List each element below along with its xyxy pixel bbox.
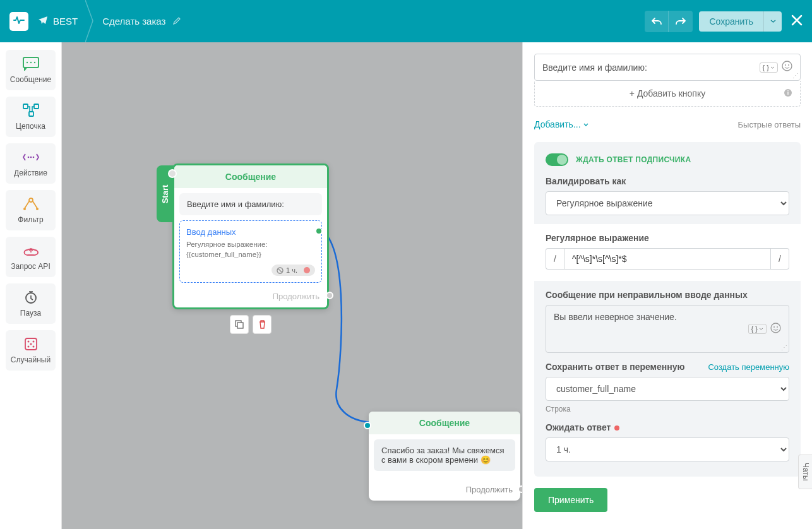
svg-point-24	[785, 64, 786, 66]
undo-redo-group	[645, 11, 693, 32]
save-button[interactable]: Сохранить	[699, 11, 764, 32]
data-input-regex-label: Регулярное выражение:	[186, 239, 315, 249]
toggle-label: ЖДАТЬ ОТВЕТ ПОДПИСЧИКА	[576, 155, 691, 164]
svg-point-15	[27, 341, 29, 343]
tool-label: Случайный	[11, 355, 51, 364]
properties-panel: Введите имя и фамилию: { } ⋰ + Добавить …	[522, 42, 812, 529]
emoji-button[interactable]	[770, 323, 781, 336]
data-input-title: Ввод данных	[186, 227, 315, 237]
info-icon[interactable]: i	[784, 88, 792, 99]
tool-label: Фильтр	[18, 215, 43, 224]
save-button-group: Сохранить	[699, 11, 782, 32]
validate-as-select[interactable]: Регулярное выражение	[546, 191, 789, 215]
tool-action[interactable]: Действие	[6, 143, 56, 184]
add-element-dropdown[interactable]: Добавить...	[534, 119, 588, 129]
chain-icon	[22, 103, 40, 118]
svg-point-3	[33, 62, 35, 63]
flow-node-message-1[interactable]: Start Сообщение Введите имя и фамилию: В…	[172, 163, 329, 309]
data-input-variable: {{customer_full_name}}	[186, 249, 315, 259]
svg-point-17	[30, 343, 32, 345]
output-port-valid[interactable]	[315, 227, 323, 235]
pause-icon	[22, 290, 40, 305]
error-message-input[interactable]: Вы ввели неверное значение. { } ⋰	[546, 305, 789, 353]
app-header: BEST Сделать заказ Сохранить	[0, 0, 812, 42]
svg-point-25	[788, 64, 789, 66]
emoji-button[interactable]	[782, 61, 792, 74]
svg-rect-6	[29, 112, 33, 116]
add-button-button[interactable]: + Добавить кнопку i	[534, 81, 801, 107]
svg-point-29	[773, 326, 775, 328]
svg-point-1	[26, 62, 27, 63]
svg-point-19	[32, 346, 34, 348]
close-button[interactable]	[791, 13, 803, 30]
copy-node-button[interactable]	[230, 315, 249, 334]
chats-tab[interactable]: Чаты	[798, 455, 812, 489]
continue-row: Продолжить	[174, 288, 327, 307]
node-message-text: Спасибо за заказ! Мы свяжемся с вами в с…	[374, 439, 515, 471]
pulse-icon	[13, 16, 25, 27]
svg-rect-5	[34, 104, 39, 109]
breadcrumb-separator	[85, 0, 95, 42]
output-port-timeout[interactable]	[304, 267, 310, 273]
svg-point-30	[777, 326, 778, 328]
svg-rect-22	[237, 323, 243, 328]
delete-node-button[interactable]	[253, 315, 272, 334]
tool-api[interactable]: Запрос API	[6, 237, 56, 277]
wait-response-toggle[interactable]	[546, 153, 568, 166]
svg-point-12	[36, 208, 39, 210]
pencil-icon[interactable]	[173, 16, 181, 27]
regex-delimiter-start: /	[546, 248, 564, 270]
svg-point-10	[29, 198, 33, 202]
input-port[interactable]	[364, 422, 371, 429]
save-variable-label: Сохранить ответ в переменную	[546, 362, 684, 372]
error-message-label: Сообщение при неправильном вводе данных	[546, 290, 789, 300]
svg-text:i: i	[787, 90, 789, 96]
wait-response-card: ЖДАТЬ ОТВЕТ ПОДПИСЧИКА Валидировать как …	[534, 142, 801, 477]
redo-button[interactable]	[669, 11, 693, 32]
node-message-text: Введите имя и фамилию:	[179, 193, 322, 215]
undo-button[interactable]	[645, 11, 669, 32]
tool-message[interactable]: Сообщение	[6, 50, 56, 90]
svg-point-18	[27, 346, 29, 348]
dice-icon	[22, 336, 40, 352]
app-logo[interactable]	[9, 12, 28, 31]
flow-node-message-2[interactable]: Сообщение Спасибо за заказ! Мы свяжемся …	[369, 412, 520, 501]
continue-row: Продолжить	[369, 481, 520, 501]
tool-pause[interactable]: Пауза	[6, 283, 56, 324]
data-input-block[interactable]: Ввод данных Регулярное выражение: {{cust…	[179, 220, 322, 283]
insert-variable-button[interactable]: { }	[748, 324, 767, 334]
tool-chain[interactable]: Цепочка	[6, 97, 56, 137]
timeout-indicator-icon	[614, 425, 619, 431]
filter-icon	[22, 196, 40, 211]
wait-duration-label: Ожидать ответ	[546, 422, 789, 432]
start-label: Start	[161, 184, 170, 203]
svg-rect-4	[23, 104, 28, 109]
resize-handle[interactable]: ⋰	[781, 344, 787, 351]
regex-input[interactable]	[564, 248, 771, 270]
message-text-input[interactable]: Введите имя и фамилию: { } ⋰	[534, 54, 801, 81]
svg-point-8	[30, 157, 32, 158]
insert-variable-button[interactable]: { }	[760, 62, 778, 73]
message-icon	[22, 56, 40, 71]
tool-random[interactable]: Случайный	[6, 330, 56, 371]
tool-label: Сообщение	[10, 75, 51, 84]
bot-name[interactable]: BEST	[53, 16, 78, 27]
svg-point-9	[32, 157, 34, 158]
telegram-icon	[38, 16, 48, 27]
tool-label: Действие	[14, 169, 47, 177]
api-icon	[22, 243, 40, 258]
quick-replies-button[interactable]: Быстрые ответы	[738, 120, 801, 129]
tool-filter[interactable]: Фильтр	[6, 190, 56, 230]
create-variable-link[interactable]: Создать переменную	[708, 362, 789, 372]
node-title: Сообщение	[174, 165, 327, 188]
flow-canvas[interactable]: Start Сообщение Введите имя и фамилию: В…	[62, 42, 522, 529]
regex-delimiter-end: /	[771, 248, 789, 270]
apply-button[interactable]: Применить	[534, 488, 607, 512]
flow-name[interactable]: Сделать заказ	[102, 16, 165, 27]
node-title: Сообщение	[369, 412, 520, 434]
save-dropdown-button[interactable]	[764, 11, 782, 32]
resize-handle[interactable]: ⋰	[792, 72, 799, 79]
tool-label: Пауза	[20, 309, 41, 318]
wait-duration-select[interactable]: 1 ч.	[546, 437, 789, 461]
save-variable-select[interactable]: customer_full_name	[546, 377, 789, 401]
